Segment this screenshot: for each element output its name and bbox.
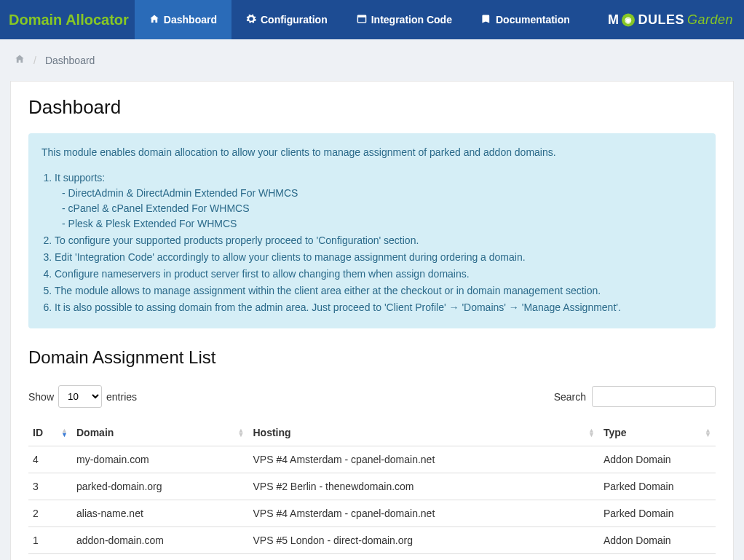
length-suffix: entries — [106, 391, 137, 403]
info-step-1: It supports: DirectAdmin & DirectAdmin E… — [55, 170, 703, 232]
svg-rect-1 — [357, 15, 365, 17]
globe-icon: ◉ — [622, 13, 635, 26]
column-header-type[interactable]: Type ▲▼ — [599, 419, 716, 446]
info-support-item: cPanel & cPanel Extended For WHMCS — [62, 201, 703, 216]
cell-id: 4 — [28, 446, 72, 473]
cell-id: 1 — [28, 527, 72, 554]
cell-domain: addon-domain.com — [72, 527, 249, 554]
assignment-table: ID ▲▼ Domain ▲▼ Hosting ▲▼ Type ▲▼ — [28, 419, 716, 554]
logo-text-m: M — [608, 12, 620, 28]
column-header-id[interactable]: ID ▲▼ — [28, 419, 72, 446]
nav-tab-label: Dashboard — [164, 14, 217, 25]
table-row: 4 my-domain.com VPS #4 Amsterdam - cpane… — [28, 446, 716, 473]
section-title: Domain Assignment List — [28, 347, 716, 368]
length-control: Show 10 entries — [28, 385, 137, 408]
column-header-domain[interactable]: Domain ▲▼ — [72, 419, 249, 446]
nav-tab-integration[interactable]: Integration Code — [342, 0, 467, 39]
sort-icon: ▲▼ — [705, 428, 711, 437]
page-title: Dashboard — [28, 96, 716, 119]
cell-hosting: VPS #5 London - direct-domain.org — [249, 527, 600, 554]
info-step-3: Edit 'Integration Code' accordingly to a… — [55, 250, 703, 265]
info-support-item: DirectAdmin & DirectAdmin Extended For W… — [62, 186, 703, 201]
length-select[interactable]: 10 — [58, 385, 102, 408]
cell-hosting: VPS #2 Berlin - thenewdomain.com — [249, 473, 600, 500]
logo-text-garden: Garden — [687, 12, 733, 28]
main-card: Dashboard This module enables domain all… — [10, 81, 734, 560]
breadcrumb-home-icon[interactable] — [15, 54, 25, 66]
code-icon — [357, 14, 367, 26]
nav-tab-label: Integration Code — [371, 14, 452, 25]
brand-title: Domain Allocator — [9, 12, 129, 28]
cell-type: Addon Domain — [599, 527, 716, 554]
gear-icon — [246, 14, 256, 26]
cell-hosting: VPS #4 Amsterdam - cpanel-domain.net — [249, 446, 600, 473]
cell-type: Addon Domain — [599, 446, 716, 473]
search-input[interactable] — [592, 386, 716, 407]
company-logo: M ◉ DULES Garden — [608, 12, 733, 28]
breadcrumb: / Dashboard — [0, 39, 744, 74]
cell-type: Parked Domain — [599, 500, 716, 527]
nav-tab-documentation[interactable]: Documentation — [467, 0, 585, 39]
top-navbar: Domain Allocator Dashboard Configuration… — [0, 0, 744, 39]
nav-tab-dashboard[interactable]: Dashboard — [135, 0, 231, 39]
home-icon — [149, 14, 159, 26]
info-step-2: To configure your supported products pro… — [55, 233, 703, 248]
cell-domain: alias-name.net — [72, 500, 249, 527]
breadcrumb-current: Dashboard — [45, 55, 95, 66]
search-control: Search — [554, 386, 716, 407]
search-label: Search — [554, 391, 586, 403]
length-prefix: Show — [28, 391, 54, 403]
info-box: This module enables domain allocation to… — [28, 133, 716, 328]
cell-domain: my-domain.com — [72, 446, 249, 473]
info-support-item: Plesk & Plesk Extended For WHMCS — [62, 216, 703, 232]
sort-icon: ▲▼ — [588, 428, 595, 437]
info-supports-label: It supports: — [55, 172, 105, 184]
breadcrumb-separator: / — [33, 55, 36, 66]
column-header-hosting[interactable]: Hosting ▲▼ — [249, 419, 600, 446]
nav-tab-configuration[interactable]: Configuration — [231, 0, 342, 39]
nav-tab-label: Documentation — [496, 14, 570, 25]
cell-hosting: VPS #4 Amsterdam - cpanel-domain.net — [249, 500, 600, 527]
cell-id: 2 — [28, 500, 72, 527]
table-row: 3 parked-domain.org VPS #2 Berlin - then… — [28, 473, 716, 500]
book-icon — [481, 14, 491, 26]
cell-id: 3 — [28, 473, 72, 500]
table-row: 1 addon-domain.com VPS #5 London - direc… — [28, 527, 716, 554]
info-step-6: It is also possible to assing domain fro… — [55, 300, 703, 315]
sort-icon: ▲▼ — [61, 428, 68, 437]
info-intro: This module enables domain allocation to… — [41, 145, 703, 160]
cell-type: Parked Domain — [599, 473, 716, 500]
datatable-controls: Show 10 entries Search — [28, 385, 716, 408]
sort-icon: ▲▼ — [238, 428, 245, 437]
info-step-5: The module allows to manage assignment w… — [55, 283, 703, 299]
cell-domain: parked-domain.org — [72, 473, 249, 500]
nav-tabs: Dashboard Configuration Integration Code… — [135, 0, 585, 39]
logo-text-dules: DULES — [638, 12, 684, 28]
info-step-4: Configure nameservers in product server … — [55, 267, 703, 282]
table-row: 2 alias-name.net VPS #4 Amsterdam - cpan… — [28, 500, 716, 527]
nav-tab-label: Configuration — [261, 14, 328, 25]
